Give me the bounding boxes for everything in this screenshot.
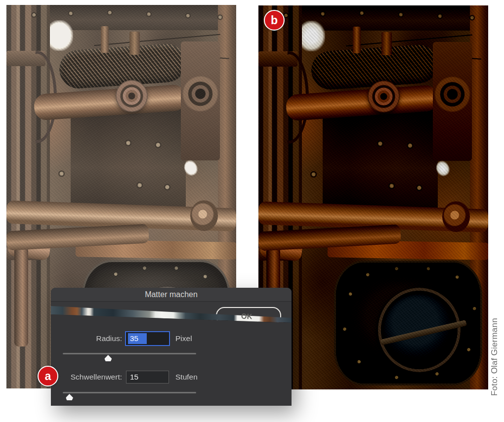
badge-a-letter: a [45, 370, 51, 383]
radius-label: Radius: [58, 332, 122, 345]
radius-value-selected: 35 [128, 333, 147, 344]
radius-input[interactable]: 35 [126, 332, 169, 345]
threshold-value: 15 [130, 373, 138, 382]
page: Foto: Olaf Giermann Matter machen OK Rad… [0, 0, 504, 422]
threshold-unit-label: Stufen [175, 371, 198, 384]
threshold-label: Schwellenwert: [53, 371, 122, 384]
photo-credit: Foto: Olaf Giermann [490, 309, 503, 396]
radius-slider-track[interactable] [63, 353, 196, 354]
annotation-badge-b: b [264, 10, 285, 31]
surface-blur-dialog: Matter machen OK Radius: 35 Pixel Schwel… [51, 288, 292, 406]
threshold-input[interactable]: 15 [126, 371, 169, 384]
annotation-badge-a: a [38, 366, 58, 386]
rust-machine-photo [258, 5, 488, 389]
radius-unit-label: Pixel [175, 332, 192, 345]
grain-texture [258, 5, 488, 389]
photo-right-before [258, 5, 488, 389]
threshold-slider-thumb[interactable] [66, 394, 73, 400]
radius-slider-thumb[interactable] [104, 355, 112, 361]
dialog-content: Radius: 35 Pixel Schwellenwert: 15 Stufe… [51, 288, 292, 406]
badge-b-letter: b [271, 14, 278, 27]
threshold-slider-track[interactable] [63, 392, 196, 393]
